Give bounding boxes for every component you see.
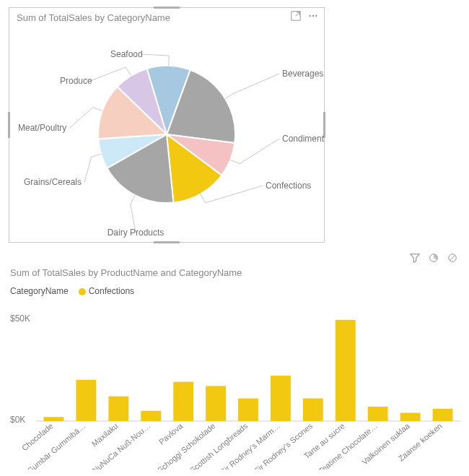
svg-line-7 [450,255,455,260]
bar-svg: $50K $0K ChocoladeGumbär Gummibä…Maxilak… [7,307,462,469]
leader-line [90,67,131,81]
bar-chart-title: Sum of TotalSales by ProductName and Cat… [10,267,242,278]
y-axis-max-label: $50K [10,313,30,324]
filter-icon[interactable] [410,253,420,263]
bar-maxilaku[interactable] [108,397,128,421]
more-options-icon[interactable] [308,11,318,21]
x-axis-label: Gumbär Gummibä… [25,421,87,469]
x-axis-label: Maxilaku [90,421,120,448]
bar-chocolade[interactable] [44,417,64,421]
pie-label: Beverages [282,69,323,79]
legend-title: CategoryName [10,286,69,296]
legend-swatch-icon [79,288,86,295]
bar-teatime-chocolate-[interactable] [368,407,388,421]
y-axis-min-label: $0K [10,415,25,425]
focus-mode-icon[interactable] [291,11,301,21]
legend-item-label: Confections [89,286,134,296]
bar-legend: CategoryName Confections [10,286,134,296]
pie-label: Condiments [282,134,324,144]
pie-label: Grains/Cereals [24,177,82,187]
bar-schoggi-schokolade[interactable] [206,386,226,421]
bar-chart-area: $50K $0K ChocoladeGumbär Gummibä…Maxilak… [7,307,462,469]
no-interaction-icon[interactable] [447,253,457,263]
bar-sir-rodney-s-marm-[interactable] [271,376,291,421]
bar-sir-rodney-s-scones[interactable] [303,399,323,421]
svg-point-4 [315,15,317,17]
pie-label: Dairy Products [108,228,165,238]
svg-point-2 [309,15,310,17]
svg-point-3 [312,15,314,17]
bar-zaanse-koeken[interactable] [433,409,453,421]
leader-line [225,74,279,99]
bar-nunuca-nu-nou-[interactable] [141,411,161,421]
x-axis-label: Sir Rodney's Scones [252,421,314,469]
pie-chart-visual[interactable]: Sum of TotalSales by CategoryName Bevera… [9,7,325,243]
bar-pavlova[interactable] [173,382,193,421]
pie-chart-area: BeveragesCondimentsConfectionsDairy Prod… [9,30,324,242]
leader-line [230,139,279,164]
pie-chart-title: Sum of TotalSales by CategoryName [17,12,170,23]
legend-item-confections[interactable]: Confections [79,286,134,296]
x-axis-label: Pavlova [157,421,185,446]
svg-line-1 [296,12,299,16]
bar-toolbar [410,253,457,263]
leader-line [141,54,169,66]
resize-handle-top[interactable] [154,7,180,9]
x-axis-label: NuNuCa Nuß-Nou… [91,421,152,469]
pie-label: Confections [266,181,311,191]
bar-scottish-longbreads[interactable] [238,399,258,421]
bar-valkoinen-suklaa[interactable] [400,413,421,421]
bar-tarte-au-sucre[interactable] [336,320,356,421]
pie-toolbar [291,11,318,21]
leader-line [84,154,101,182]
pie-label: Meat/Poultry [18,123,66,133]
pie-label: Seafood [110,49,143,59]
bar-gumb-r-gummib-[interactable] [76,380,96,421]
leader-line [70,108,102,128]
pie-label: Produce [60,76,92,86]
pie-interactions-icon[interactable] [429,253,439,263]
pie-svg: BeveragesCondimentsConfectionsDairy Prod… [9,30,324,242]
